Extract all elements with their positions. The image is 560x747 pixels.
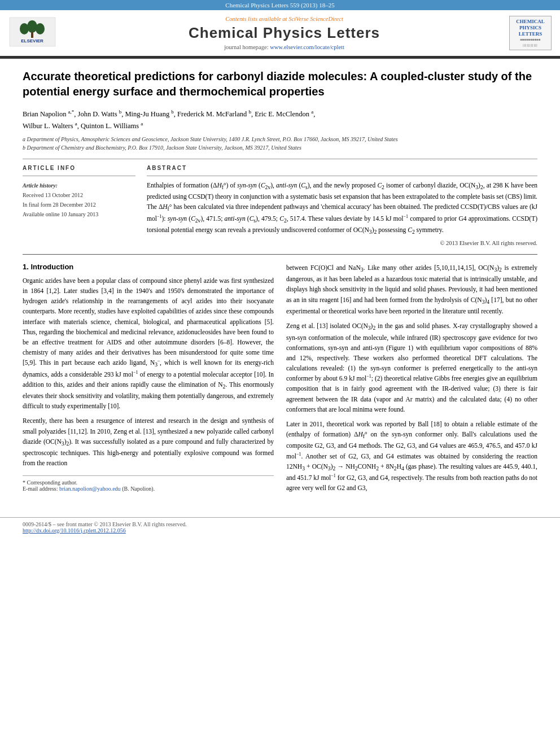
logo-barcode: ||||||||||| [512,43,549,47]
sciverse-line: Contents lists available at SciVerse Sci… [65,16,504,22]
email-label: E-mail address: [23,486,59,492]
article-info-col: ARTICLE INFO Article history: Received 1… [23,165,135,246]
journal-logo-box: CHEMICALPHYSICSLETTERS ■■■■■■■■■■ ||||||… [509,16,552,50]
bottom-bar: 0009-2614/$ – see front matter © 2013 El… [0,517,560,537]
homepage-url[interactable]: www.elsevier.com/locate/cplett [270,44,344,50]
doi-link[interactable]: http://dx.doi.org/10.1016/j.cplett.2012.… [23,527,126,534]
email-suffix: (B. Napolion). [121,486,155,492]
issn-line: 0009-2614/$ – see front matter © 2013 El… [23,521,537,527]
svg-point-2 [27,20,37,33]
footnote-area: * Corresponding author. E-mail address: … [23,475,274,492]
abstract-divider [147,176,537,176]
journal-logo-right: CHEMICALPHYSICSLETTERS ■■■■■■■■■■ ||||||… [509,16,552,50]
body-right-col: between FC(O)Cl and NaN3. Like many othe… [286,263,537,498]
email-address[interactable]: brian.napolion@yahoo.edu [59,486,121,492]
intro-para-1: Organic azides have been a popular class… [23,276,274,412]
copyright-text: © 2013 Elsevier B.V. All rights reserved… [147,240,537,246]
svg-text:ELSEVIER: ELSEVIER [21,38,43,43]
authors-text-2: Wilbur L. Walters a, Quinton L. Williams… [23,122,143,130]
abstract-label: ABSTRACT [147,165,537,171]
affiliations: a Department of Physics, Atmospheric Sci… [23,135,537,152]
journal-reference-bar: Chemical Physics Letters 559 (2013) 18–2… [0,0,560,10]
logo-title-line1: CHEMICALPHYSICSLETTERS [512,19,549,37]
svg-point-3 [36,23,45,34]
received-date: Received 13 October 2012 [23,190,135,200]
intro-para-2: Recently, there has been a resurgence of… [23,416,274,468]
sciverse-prefix: Contents lists available at [225,16,288,22]
journal-header: ELSEVIER Contents lists available at Sci… [0,10,560,57]
body-divider [23,254,537,255]
article-main: Accurate theoretical predictions for car… [0,59,560,508]
svg-rect-4 [31,32,33,38]
right-para-1: between FC(O)Cl and NaN3. Like many othe… [286,263,537,316]
affiliation-a: a Department of Physics, Atmospheric Sci… [23,135,537,143]
revised-date: In final form 28 December 2012 [23,200,135,209]
elsevier-logo: ELSEVIER [8,16,59,50]
body-left-col: 1. Introduction Organic azides have been… [23,263,274,498]
body-columns: 1. Introduction Organic azides have been… [23,263,537,498]
journal-title: Chemical Physics Letters [65,24,504,42]
footnote-email: E-mail address: brian.napolion@yahoo.edu… [23,486,274,492]
affiliation-b: b Department of Chemistry and Biochemist… [23,143,537,152]
info-abstract-cols: ARTICLE INFO Article history: Received 1… [23,165,537,246]
authors-line: Brian Napolion a,*, John D. Watts b, Min… [23,107,537,131]
divider-1 [23,159,537,159]
intro-heading: 1. Introduction [23,263,274,271]
authors-text: Brian Napolion a,*, John D. Watts b, Min… [23,110,315,118]
journal-center: Contents lists available at SciVerse Sci… [65,16,504,50]
article-title: Accurate theoretical predictions for car… [23,69,537,99]
history-label: Article history: [23,181,135,190]
homepage-label: journal homepage: [224,44,270,50]
available-date: Available online 10 January 2013 [23,209,135,219]
info-divider [23,176,135,176]
footnote-corresponding: * Corresponding author. [23,479,274,486]
abstract-text: Enthalpies of formation (ΔHf°) of syn-sy… [147,181,537,237]
right-para-3: Later in 2011, theoretical work was repo… [286,419,537,493]
journal-reference-text: Chemical Physics Letters 559 (2013) 18–2… [225,2,334,8]
journal-homepage: journal homepage: www.elsevier.com/locat… [65,44,504,50]
article-history: Article history: Received 13 October 201… [23,181,135,219]
doi-line: http://dx.doi.org/10.1016/j.cplett.2012.… [23,527,537,534]
right-para-2: Zeng et al. [13] isolated OC(N3)2 in the… [286,321,537,414]
sciverse-link-text[interactable]: SciVerse ScienceDirect [288,16,343,22]
article-info-label: ARTICLE INFO [23,165,135,171]
abstract-col: ABSTRACT Enthalpies of formation (ΔHf°) … [147,165,537,246]
